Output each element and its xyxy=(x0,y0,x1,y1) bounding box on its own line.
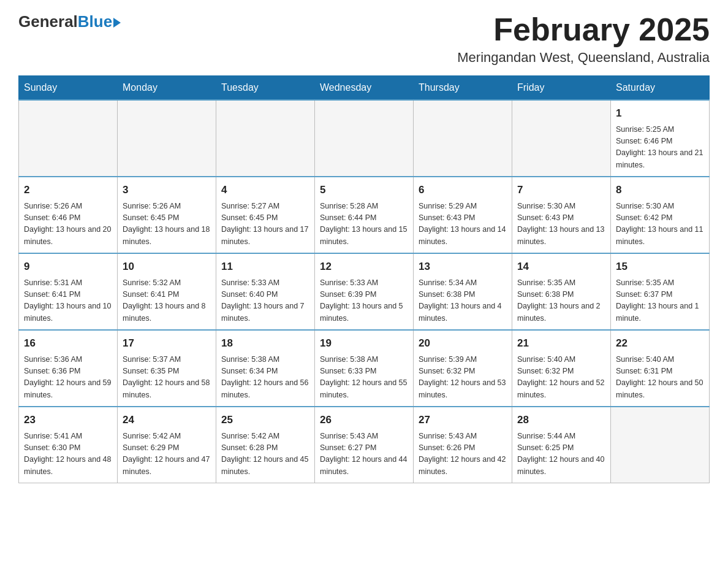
logo-blue-text: Blue xyxy=(78,12,112,31)
day-info: Sunrise: 5:32 AMSunset: 6:41 PMDaylight:… xyxy=(123,277,211,325)
day-number: 16 xyxy=(24,335,112,351)
logo: General Blue xyxy=(18,12,121,31)
calendar-day: 25Sunrise: 5:42 AMSunset: 6:28 PMDayligh… xyxy=(216,407,315,483)
logo-blue-part: Blue xyxy=(78,12,121,31)
calendar-day: 3Sunrise: 5:26 AMSunset: 6:45 PMDaylight… xyxy=(118,177,216,253)
day-header-monday: Monday xyxy=(118,76,216,101)
day-info: Sunrise: 5:39 AMSunset: 6:32 PMDaylight:… xyxy=(419,354,507,402)
month-title: February 2025 xyxy=(457,12,710,47)
calendar-table: SundayMondayTuesdayWednesdayThursdayFrid… xyxy=(18,75,710,483)
calendar-day: 14Sunrise: 5:35 AMSunset: 6:38 PMDayligh… xyxy=(512,253,611,330)
day-info: Sunrise: 5:43 AMSunset: 6:26 PMDaylight:… xyxy=(419,431,507,478)
day-info: Sunrise: 5:35 AMSunset: 6:37 PMDaylight:… xyxy=(616,277,704,325)
day-header-tuesday: Tuesday xyxy=(216,76,315,101)
calendar-day: 23Sunrise: 5:41 AMSunset: 6:30 PMDayligh… xyxy=(19,407,118,483)
day-info: Sunrise: 5:25 AMSunset: 6:46 PMDaylight:… xyxy=(616,124,704,172)
day-number: 4 xyxy=(221,182,309,198)
calendar-day: 21Sunrise: 5:40 AMSunset: 6:32 PMDayligh… xyxy=(512,330,611,407)
day-info: Sunrise: 5:38 AMSunset: 6:34 PMDaylight:… xyxy=(221,354,309,402)
calendar-day: 18Sunrise: 5:38 AMSunset: 6:34 PMDayligh… xyxy=(216,330,315,407)
calendar-day: 15Sunrise: 5:35 AMSunset: 6:37 PMDayligh… xyxy=(611,253,710,330)
calendar-day: 9Sunrise: 5:31 AMSunset: 6:41 PMDaylight… xyxy=(19,253,118,330)
week-row-2: 2Sunrise: 5:26 AMSunset: 6:46 PMDaylight… xyxy=(19,177,710,253)
calendar-day: 27Sunrise: 5:43 AMSunset: 6:26 PMDayligh… xyxy=(414,407,512,483)
day-number: 25 xyxy=(221,412,309,428)
calendar-day: 5Sunrise: 5:28 AMSunset: 6:44 PMDaylight… xyxy=(315,177,414,253)
day-number: 26 xyxy=(320,412,408,428)
day-number: 2 xyxy=(24,182,112,198)
day-info: Sunrise: 5:43 AMSunset: 6:27 PMDaylight:… xyxy=(320,431,408,478)
page-header: General Blue February 2025 Meringandan W… xyxy=(18,12,710,66)
day-number: 17 xyxy=(123,335,211,351)
day-info: Sunrise: 5:42 AMSunset: 6:28 PMDaylight:… xyxy=(221,431,309,478)
day-info: Sunrise: 5:42 AMSunset: 6:29 PMDaylight:… xyxy=(123,431,211,478)
day-number: 20 xyxy=(419,335,507,351)
calendar-day: 26Sunrise: 5:43 AMSunset: 6:27 PMDayligh… xyxy=(315,407,414,483)
day-number: 1 xyxy=(616,105,704,121)
day-number: 8 xyxy=(616,182,704,198)
calendar-day xyxy=(414,100,512,177)
calendar-day: 10Sunrise: 5:32 AMSunset: 6:41 PMDayligh… xyxy=(118,253,216,330)
day-info: Sunrise: 5:40 AMSunset: 6:32 PMDaylight:… xyxy=(517,354,605,402)
calendar-day xyxy=(19,100,118,177)
calendar-day xyxy=(315,100,414,177)
calendar-day: 16Sunrise: 5:36 AMSunset: 6:36 PMDayligh… xyxy=(19,330,118,407)
day-number: 22 xyxy=(616,335,704,351)
day-number: 5 xyxy=(320,182,408,198)
calendar-day: 19Sunrise: 5:38 AMSunset: 6:33 PMDayligh… xyxy=(315,330,414,407)
day-info: Sunrise: 5:30 AMSunset: 6:42 PMDaylight:… xyxy=(616,201,704,248)
day-number: 21 xyxy=(517,335,605,351)
day-number: 10 xyxy=(123,259,211,275)
day-header-wednesday: Wednesday xyxy=(315,76,414,101)
day-number: 3 xyxy=(123,182,211,198)
calendar-day: 1Sunrise: 5:25 AMSunset: 6:46 PMDaylight… xyxy=(611,100,710,177)
day-info: Sunrise: 5:37 AMSunset: 6:35 PMDaylight:… xyxy=(123,354,211,402)
week-row-1: 1Sunrise: 5:25 AMSunset: 6:46 PMDaylight… xyxy=(19,100,710,177)
calendar-day: 24Sunrise: 5:42 AMSunset: 6:29 PMDayligh… xyxy=(118,407,216,483)
day-header-thursday: Thursday xyxy=(414,76,512,101)
calendar-day: 17Sunrise: 5:37 AMSunset: 6:35 PMDayligh… xyxy=(118,330,216,407)
day-number: 15 xyxy=(616,259,704,275)
day-header-friday: Friday xyxy=(512,76,611,101)
day-info: Sunrise: 5:26 AMSunset: 6:46 PMDaylight:… xyxy=(24,201,112,248)
day-number: 11 xyxy=(221,259,309,275)
day-number: 7 xyxy=(517,182,605,198)
day-header-saturday: Saturday xyxy=(611,76,710,101)
day-info: Sunrise: 5:35 AMSunset: 6:38 PMDaylight:… xyxy=(517,277,605,325)
day-info: Sunrise: 5:41 AMSunset: 6:30 PMDaylight:… xyxy=(24,431,112,478)
calendar-day: 20Sunrise: 5:39 AMSunset: 6:32 PMDayligh… xyxy=(414,330,512,407)
day-number: 14 xyxy=(517,259,605,275)
day-number: 12 xyxy=(320,259,408,275)
calendar-day: 11Sunrise: 5:33 AMSunset: 6:40 PMDayligh… xyxy=(216,253,315,330)
calendar-day xyxy=(216,100,315,177)
calendar-day xyxy=(118,100,216,177)
location-title: Meringandan West, Queensland, Australia xyxy=(457,50,710,66)
calendar-day: 4Sunrise: 5:27 AMSunset: 6:45 PMDaylight… xyxy=(216,177,315,253)
day-info: Sunrise: 5:31 AMSunset: 6:41 PMDaylight:… xyxy=(24,277,112,325)
day-info: Sunrise: 5:27 AMSunset: 6:45 PMDaylight:… xyxy=(221,201,309,248)
day-info: Sunrise: 5:28 AMSunset: 6:44 PMDaylight:… xyxy=(320,201,408,248)
calendar-day: 8Sunrise: 5:30 AMSunset: 6:42 PMDaylight… xyxy=(611,177,710,253)
day-number: 28 xyxy=(517,412,605,428)
day-number: 27 xyxy=(419,412,507,428)
day-number: 24 xyxy=(123,412,211,428)
calendar-day: 28Sunrise: 5:44 AMSunset: 6:25 PMDayligh… xyxy=(512,407,611,483)
day-info: Sunrise: 5:34 AMSunset: 6:38 PMDaylight:… xyxy=(419,277,507,325)
logo-arrow-icon xyxy=(113,18,121,28)
day-info: Sunrise: 5:40 AMSunset: 6:31 PMDaylight:… xyxy=(616,354,704,402)
day-info: Sunrise: 5:33 AMSunset: 6:39 PMDaylight:… xyxy=(320,277,408,325)
day-info: Sunrise: 5:38 AMSunset: 6:33 PMDaylight:… xyxy=(320,354,408,402)
day-info: Sunrise: 5:33 AMSunset: 6:40 PMDaylight:… xyxy=(221,277,309,325)
day-header-sunday: Sunday xyxy=(19,76,118,101)
day-number: 18 xyxy=(221,335,309,351)
day-number: 13 xyxy=(419,259,507,275)
week-row-5: 23Sunrise: 5:41 AMSunset: 6:30 PMDayligh… xyxy=(19,407,710,483)
calendar-header-row: SundayMondayTuesdayWednesdayThursdayFrid… xyxy=(19,76,710,101)
week-row-3: 9Sunrise: 5:31 AMSunset: 6:41 PMDaylight… xyxy=(19,253,710,330)
day-info: Sunrise: 5:44 AMSunset: 6:25 PMDaylight:… xyxy=(517,431,605,478)
calendar-day: 13Sunrise: 5:34 AMSunset: 6:38 PMDayligh… xyxy=(414,253,512,330)
day-number: 9 xyxy=(24,259,112,275)
day-info: Sunrise: 5:30 AMSunset: 6:43 PMDaylight:… xyxy=(517,201,605,248)
logo-general-text: General xyxy=(18,12,78,31)
calendar-day: 2Sunrise: 5:26 AMSunset: 6:46 PMDaylight… xyxy=(19,177,118,253)
